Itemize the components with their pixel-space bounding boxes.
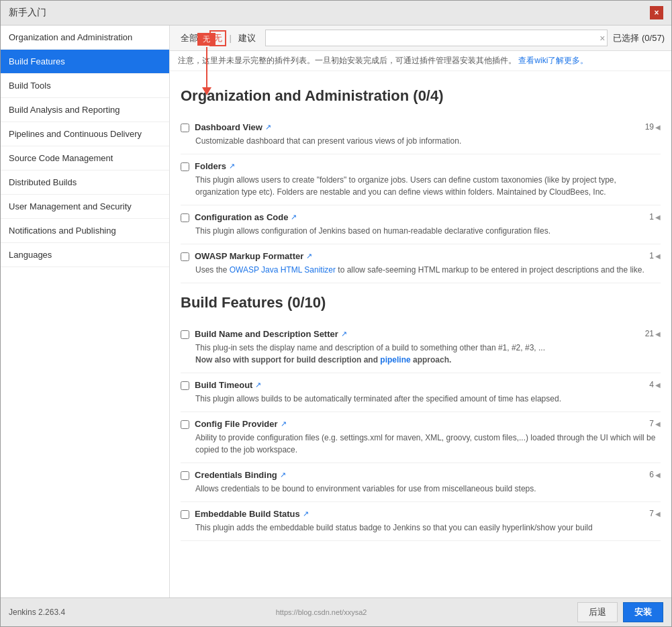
search-input[interactable] [265,30,608,46]
plugin-count-credentials-binding: 6 ◀ [649,470,661,479]
footer-url: https://blog.csdn.net/xxysa2 [276,608,367,616]
plugin-checkbox-folders[interactable] [181,162,189,171]
plugin-item-build-timeout: Build Timeout ↗ 4 ◀ This plugin allows b… [181,373,661,412]
dialog-footer: Jenkins 2.263.4 https://blog.csdn.net/xx… [1,597,671,626]
plugin-header-dashboard-view: Dashboard View ↗ 19 ◀ [181,122,661,132]
filter-tabs: 全部 | 无 | 建议 [177,30,260,46]
plugin-header-owasp-markup: OWASP Markup Formatter ↗ 1 ◀ [181,251,661,261]
search-clear-button[interactable]: × [599,33,605,44]
plugin-name-config-file-provider: Config File Provider [195,419,278,429]
sidebar-item-build-tools[interactable]: Build Tools [1,74,169,98]
plugin-checkbox-build-name-setter[interactable] [181,330,189,339]
dialog-body: Organization and Administration Build Fe… [1,26,671,597]
install-button[interactable]: 安装 [623,602,663,622]
dialog-titlebar: 新手入门 × [1,1,671,26]
notice-link[interactable]: 查看wiki了解更多。 [518,56,588,65]
external-link-icon-config-as-code[interactable]: ↗ [291,213,297,222]
count-arrow-config-as-code: ◀ [655,213,661,221]
arrow-line [206,47,207,87]
sidebar-item-build-features[interactable]: Build Features [1,50,169,74]
plugin-count-owasp-markup: 1 ◀ [649,251,661,260]
plugin-header-build-timeout: Build Timeout ↗ 4 ◀ [181,380,661,390]
count-arrow-dashboard-view: ◀ [655,124,661,131]
external-link-icon-config-file-provider[interactable]: ↗ [281,420,287,428]
external-link-icon-build-timeout[interactable]: ↗ [255,381,261,389]
plugin-checkbox-config-as-code[interactable] [181,213,189,222]
plugin-checkbox-build-timeout[interactable] [181,381,189,390]
selected-count: 已选择 (0/57) [613,32,665,44]
external-link-icon-owasp-markup[interactable]: ↗ [306,252,312,260]
arrow-box: 无 [197,33,215,46]
plugin-title-row-embeddable-build-status: Embeddable Build Status ↗ [195,509,661,519]
plugin-item-config-file-provider: Config File Provider ↗ 7 ◀ Ability to pr… [181,412,661,463]
plugin-name-dashboard-view: Dashboard View [195,122,262,132]
plugin-checkbox-credentials-binding[interactable] [181,471,189,480]
plugin-checkbox-embeddable-build-status[interactable] [181,510,189,519]
plugin-item-credentials-binding: Credentials Binding ↗ 6 ◀ Allows credent… [181,463,661,502]
pipeline-bold-text: Now also with support for build descript… [195,355,451,365]
plugin-count-config-as-code: 1 ◀ [649,212,661,222]
owasp-sanitizer-link[interactable]: OWASP Java HTML Sanitizer [230,265,336,275]
search-container: × [265,30,608,46]
main-dialog: 新手入门 × Organization and Administration B… [0,0,672,627]
plugin-header-embeddable-build-status: Embeddable Build Status ↗ 7 ◀ [181,509,661,519]
notice-text: 注意，这里并未显示完整的插件列表。一旦初始安装完成后，可通过插件管理器安装其他插… [178,56,516,65]
sidebar-item-distributed[interactable]: Distributed Builds [1,171,169,195]
plugin-count-config-file-provider: 7 ◀ [649,419,661,428]
plugin-name-credentials-binding: Credentials Binding [195,470,277,480]
filter-bar: 全部 | 无 | 建议 × 已选择 (0/57) [170,26,671,51]
plugin-desc-embeddable-build-status: This plugin adds the embeddable build st… [195,522,661,534]
count-arrow-build-name-setter: ◀ [655,330,661,338]
plugin-header-config-file-provider: Config File Provider ↗ 7 ◀ [181,419,661,429]
plugin-name-embeddable-build-status: Embeddable Build Status [195,509,300,519]
sidebar-item-user-mgmt[interactable]: User Management and Security [1,195,169,219]
dialog-title: 新手入门 [9,7,46,19]
plugin-count-embeddable-build-status: 7 ◀ [649,509,661,518]
section-header-build-features: Build Features (0/10) [181,294,661,314]
plugin-title-row-config-file-provider: Config File Provider ↗ [195,419,661,429]
filter-suggest[interactable]: 建议 [234,31,260,46]
plugin-header-folders: Folders ↗ [181,161,661,171]
sidebar-item-source-code[interactable]: Source Code Management [1,146,169,171]
sidebar-item-notifications[interactable]: Notifications and Publishing [1,219,169,243]
plugin-count-build-name-setter: 21 ◀ [645,329,661,338]
arrow-indicator: 无 [197,33,215,95]
content-area: Organization and Administration (0/4) Da… [170,71,671,597]
plugin-item-owasp-markup: OWASP Markup Formatter ↗ 1 ◀ Uses the OW… [181,244,661,283]
external-link-icon-folders[interactable]: ↗ [229,162,235,171]
plugin-header-credentials-binding: Credentials Binding ↗ 6 ◀ [181,470,661,480]
sidebar-item-org-admin[interactable]: Organization and Administration [1,26,169,50]
back-button[interactable]: 后退 [577,602,618,622]
sidebar-item-build-analysis[interactable]: Build Analysis and Reporting [1,98,169,122]
plugin-checkbox-config-file-provider[interactable] [181,420,189,429]
external-link-icon-build-name-setter[interactable]: ↗ [341,330,347,338]
plugin-checkbox-dashboard-view[interactable] [181,124,189,132]
plugin-name-config-as-code: Configuration as Code [195,212,288,222]
plugin-item-config-as-code: Configuration as Code ↗ 1 ◀ This plugin … [181,205,661,244]
count-arrow-credentials-binding: ◀ [655,471,661,479]
plugin-title-row-build-timeout: Build Timeout ↗ [195,380,661,390]
plugin-name-folders: Folders [195,161,226,171]
plugin-item-embeddable-build-status: Embeddable Build Status ↗ 7 ◀ This plugi… [181,502,661,541]
external-link-icon-embeddable-build-status[interactable]: ↗ [303,510,309,518]
plugin-name-build-name-setter: Build Name and Description Setter [195,329,338,339]
plugin-item-build-name-setter: Build Name and Description Setter ↗ 21 ◀… [181,322,661,373]
external-link-icon-credentials-binding[interactable]: ↗ [280,471,286,479]
close-button[interactable]: × [650,6,663,19]
plugin-desc-config-file-provider: Ability to provide configuration files (… [195,432,661,456]
plugin-checkbox-owasp-markup[interactable] [181,252,189,261]
notice-bar: 注意，这里并未显示完整的插件列表。一旦初始安装完成后，可通过插件管理器安装其他插… [170,51,671,71]
plugin-name-build-timeout: Build Timeout [195,380,252,390]
sidebar-item-languages[interactable]: Languages [1,243,169,267]
plugin-desc-credentials-binding: Allows credentials to be bound to enviro… [195,483,661,495]
plugin-item-dashboard-view: Dashboard View ↗ 19 ◀ Customizable dashb… [181,115,661,154]
plugin-title-row-credentials-binding: Credentials Binding ↗ [195,470,661,480]
external-link-icon-dashboard-view[interactable]: ↗ [265,123,271,132]
plugin-item-folders: Folders ↗ This plugin allows users to cr… [181,154,661,205]
count-arrow-config-file-provider: ◀ [655,420,661,428]
footer-version: Jenkins 2.263.4 [9,608,65,617]
plugin-desc-owasp-markup: Uses the OWASP Java HTML Sanitizer to al… [195,264,661,276]
pipeline-link[interactable]: pipeline [380,355,410,365]
plugin-count-build-timeout: 4 ◀ [649,380,661,389]
sidebar-item-pipelines[interactable]: Pipelines and Continuous Delivery [1,122,169,146]
